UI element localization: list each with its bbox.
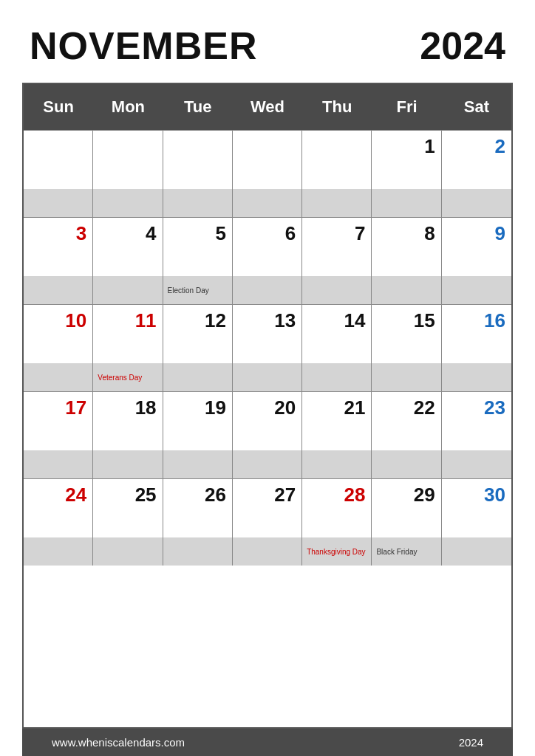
day-number: 13 — [239, 309, 296, 332]
day-4: 4 — [93, 218, 163, 304]
day-number: 3 — [30, 222, 86, 245]
footer-year: 2024 — [459, 736, 483, 749]
day-number: 8 — [378, 222, 435, 245]
header-sun: Sun — [24, 84, 93, 130]
calendar-header: NOVEMBER 2024 — [0, 0, 535, 83]
day-number: 22 — [378, 396, 435, 419]
day-14: 14 — [302, 305, 372, 391]
week-row-5: 24 25 26 27 — [24, 478, 511, 566]
day-number: 11 — [99, 309, 156, 332]
day-8: 8 — [372, 218, 441, 304]
day-number: 12 — [169, 309, 226, 332]
day-28: 28 Thanksgiving Day — [302, 479, 372, 566]
day-12: 12 — [163, 305, 233, 391]
day-19: 19 — [163, 392, 233, 478]
header-fri: Fri — [372, 84, 441, 130]
day-cell — [302, 131, 372, 217]
black-friday-note: Black Friday — [376, 548, 417, 556]
day-number: 23 — [448, 396, 505, 419]
day-number: 21 — [308, 396, 365, 419]
day-cell — [93, 131, 163, 217]
day-headers: Sun Mon Tue Wed Thu Fri Sat — [24, 84, 511, 130]
day-number: 5 — [169, 222, 226, 245]
day-number: 24 — [30, 484, 86, 506]
day-cell — [163, 131, 233, 217]
day-number: 2 — [448, 135, 505, 158]
day-number: 6 — [239, 222, 296, 245]
week-row-3: 10 11 Veterans Day 12 13 — [24, 304, 511, 391]
header-thu: Thu — [302, 84, 372, 130]
header-tue: Tue — [163, 84, 233, 130]
week-row-4: 17 18 19 20 — [24, 391, 511, 478]
day-20: 20 — [233, 392, 302, 478]
day-7: 7 — [302, 218, 372, 304]
day-2: 2 — [442, 131, 511, 217]
day-13: 13 — [233, 305, 302, 391]
day-number: 30 — [448, 484, 505, 506]
day-number: 1 — [378, 135, 435, 158]
calendar: Sun Mon Tue Wed Thu Fri Sat — [22, 83, 513, 729]
day-number: 26 — [169, 484, 226, 506]
day-11: 11 Veterans Day — [93, 305, 163, 391]
day-29: 29 Black Friday — [372, 479, 441, 566]
day-number: 25 — [99, 484, 156, 506]
day-number: 18 — [99, 396, 156, 419]
day-25: 25 — [93, 479, 163, 566]
day-number: 15 — [378, 309, 435, 332]
day-18: 18 — [93, 392, 163, 478]
week-row-2: 3 4 5 Election Day 6 — [24, 217, 511, 304]
day-number: 14 — [308, 309, 365, 332]
calendar-grid: 1 2 3 4 — [24, 130, 511, 566]
day-number: 17 — [30, 396, 86, 419]
week-row-1: 1 2 — [24, 130, 511, 217]
thanksgiving-note: Thanksgiving Day — [307, 548, 365, 556]
day-16: 16 — [442, 305, 511, 391]
day-6: 6 — [233, 218, 302, 304]
header-sat: Sat — [442, 84, 511, 130]
header-mon: Mon — [93, 84, 163, 130]
day-17: 17 — [24, 392, 93, 478]
footer: www.wheniscalendars.com 2024 — [22, 729, 513, 756]
header-wed: Wed — [233, 84, 302, 130]
day-3: 3 — [24, 218, 93, 304]
day-10: 10 — [24, 305, 93, 391]
day-number: 28 — [308, 484, 365, 506]
day-number: 29 — [378, 484, 435, 506]
day-number: 9 — [448, 222, 505, 245]
day-number: 27 — [239, 484, 296, 506]
day-number: 16 — [448, 309, 505, 332]
day-cell — [233, 131, 302, 217]
year-title: 2024 — [420, 24, 505, 68]
day-30: 30 — [442, 479, 511, 566]
day-cell — [24, 131, 93, 217]
day-number: 4 — [99, 222, 156, 245]
election-day-note: Election Day — [168, 286, 209, 295]
day-26: 26 — [163, 479, 233, 566]
day-number: 20 — [239, 396, 296, 419]
day-5: 5 Election Day — [163, 218, 233, 304]
day-number: 10 — [30, 309, 86, 332]
day-15: 15 — [372, 305, 441, 391]
day-27: 27 — [233, 479, 302, 566]
month-title: NOVEMBER — [30, 24, 257, 68]
day-1: 1 — [372, 131, 441, 217]
day-number: 7 — [308, 222, 365, 245]
day-21: 21 — [302, 392, 372, 478]
day-number: 19 — [169, 396, 226, 419]
footer-website: www.wheniscalendars.com — [52, 736, 185, 749]
day-24: 24 — [24, 479, 93, 566]
day-23: 23 — [442, 392, 511, 478]
day-9: 9 — [442, 218, 511, 304]
day-22: 22 — [372, 392, 441, 478]
veterans-day-note: Veterans Day — [98, 374, 142, 382]
